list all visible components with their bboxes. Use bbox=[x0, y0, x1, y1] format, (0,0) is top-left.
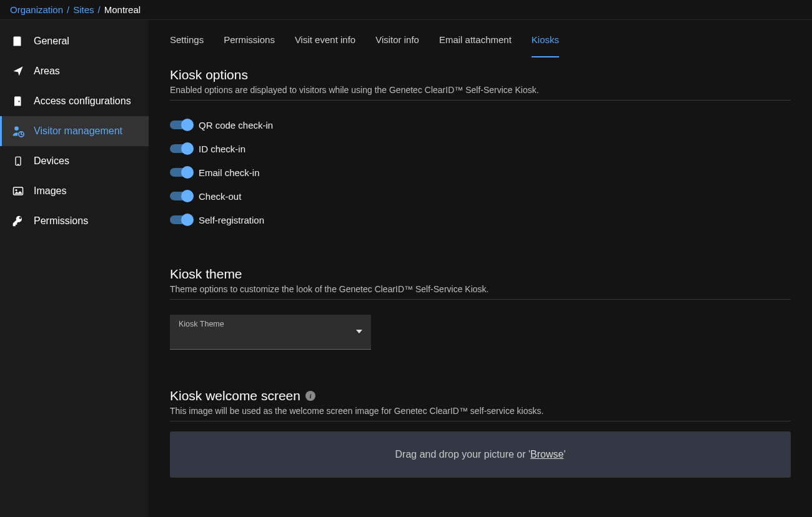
toggle-check-out[interactable] bbox=[170, 192, 192, 200]
sidebar-item-label: Images bbox=[34, 185, 66, 197]
toggle-row-id-check-in: ID check-in bbox=[170, 137, 791, 160]
section-subtitle: This image will be used as the welcome s… bbox=[170, 406, 791, 421]
sidebar-item-areas[interactable]: Areas bbox=[0, 56, 149, 86]
section-kiosk-welcome: Kiosk welcome screen i This image will b… bbox=[170, 388, 791, 478]
sidebar-item-devices[interactable]: Devices bbox=[0, 146, 149, 176]
key-icon bbox=[11, 214, 25, 228]
tab-email-attachment[interactable]: Email attachment bbox=[439, 22, 512, 57]
person-clock-icon bbox=[11, 124, 25, 138]
toggle-list: QR code check-in ID check-in Email check… bbox=[170, 113, 791, 232]
toggle-row-qr-code-check-in: QR code check-in bbox=[170, 113, 791, 137]
section-kiosk-theme: Kiosk theme Theme options to customize t… bbox=[170, 267, 791, 350]
device-icon bbox=[11, 154, 25, 168]
dropzone-text-suffix: ' bbox=[563, 449, 565, 460]
toggle-label: QR code check-in bbox=[199, 120, 273, 130]
toggle-label: Email check-in bbox=[199, 167, 260, 178]
toggle-row-check-out: Check-out bbox=[170, 184, 791, 208]
breadcrumb-organization[interactable]: Organization bbox=[10, 4, 63, 15]
dropzone-text-prefix: Drag and drop your picture or ' bbox=[395, 449, 531, 460]
tab-permissions[interactable]: Permissions bbox=[224, 22, 275, 57]
sidebar-item-label: Visitor management bbox=[34, 126, 122, 137]
info-icon[interactable]: i bbox=[305, 391, 315, 401]
building-icon bbox=[11, 34, 25, 48]
svg-rect-2 bbox=[16, 157, 21, 165]
toggle-label: Self-registration bbox=[199, 215, 264, 225]
browse-link[interactable]: Browse bbox=[530, 449, 563, 460]
section-title: Kiosk options bbox=[170, 67, 791, 82]
svg-point-0 bbox=[14, 127, 19, 131]
svg-point-5 bbox=[16, 189, 17, 191]
kiosk-theme-select[interactable]: Kiosk Theme bbox=[170, 315, 371, 350]
section-title: Kiosk welcome screen i bbox=[170, 388, 791, 403]
sidebar: General Areas Access configurations Visi… bbox=[0, 20, 149, 517]
breadcrumb: Organization / Sites / Montreal bbox=[0, 0, 812, 20]
sidebar-item-label: Devices bbox=[34, 155, 69, 167]
welcome-image-dropzone[interactable]: Drag and drop your picture or 'Browse' bbox=[170, 431, 791, 478]
toggle-label: ID check-in bbox=[199, 144, 245, 154]
toggle-id-check-in[interactable] bbox=[170, 144, 192, 153]
toggle-email-check-in[interactable] bbox=[170, 168, 192, 177]
breadcrumb-sep: / bbox=[67, 4, 69, 15]
sidebar-item-label: Areas bbox=[34, 66, 60, 77]
chevron-down-icon bbox=[356, 330, 362, 333]
tab-settings[interactable]: Settings bbox=[170, 22, 204, 57]
tab-visit-event-info[interactable]: Visit event info bbox=[295, 22, 355, 57]
tab-kiosks[interactable]: Kiosks bbox=[532, 22, 559, 57]
section-kiosk-options: Kiosk options Enabled options are displa… bbox=[170, 67, 791, 232]
sidebar-item-images[interactable]: Images bbox=[0, 176, 149, 206]
tabs: Settings Permissions Visit event info Vi… bbox=[170, 20, 791, 59]
section-subtitle: Theme options to customize the look of t… bbox=[170, 284, 791, 300]
door-icon bbox=[11, 94, 25, 108]
toggle-row-self-registration: Self-registration bbox=[170, 208, 791, 232]
breadcrumb-sites[interactable]: Sites bbox=[73, 4, 94, 15]
sidebar-item-general[interactable]: General bbox=[0, 26, 149, 56]
main-content: Settings Permissions Visit event info Vi… bbox=[149, 20, 812, 517]
location-arrow-icon bbox=[11, 64, 25, 78]
sidebar-item-label: Access configurations bbox=[34, 96, 131, 107]
toggle-qr-code-check-in[interactable] bbox=[170, 121, 192, 129]
select-label: Kiosk Theme bbox=[179, 320, 362, 328]
breadcrumb-current: Montreal bbox=[104, 4, 141, 15]
toggle-self-registration[interactable] bbox=[170, 215, 192, 224]
section-title: Kiosk theme bbox=[170, 267, 791, 282]
sidebar-item-visitor-management[interactable]: Visitor management bbox=[0, 116, 149, 146]
sidebar-item-label: General bbox=[34, 36, 69, 47]
sidebar-item-permissions[interactable]: Permissions bbox=[0, 206, 149, 236]
image-icon bbox=[11, 184, 25, 198]
section-title-text: Kiosk welcome screen bbox=[170, 388, 300, 403]
sidebar-item-access-configurations[interactable]: Access configurations bbox=[0, 86, 149, 116]
section-subtitle: Enabled options are displayed to visitor… bbox=[170, 85, 791, 101]
breadcrumb-sep: / bbox=[98, 4, 101, 15]
sidebar-item-label: Permissions bbox=[34, 215, 88, 227]
toggle-row-email-check-in: Email check-in bbox=[170, 160, 791, 184]
tab-visitor-info[interactable]: Visitor info bbox=[375, 22, 419, 57]
toggle-label: Check-out bbox=[199, 191, 241, 202]
